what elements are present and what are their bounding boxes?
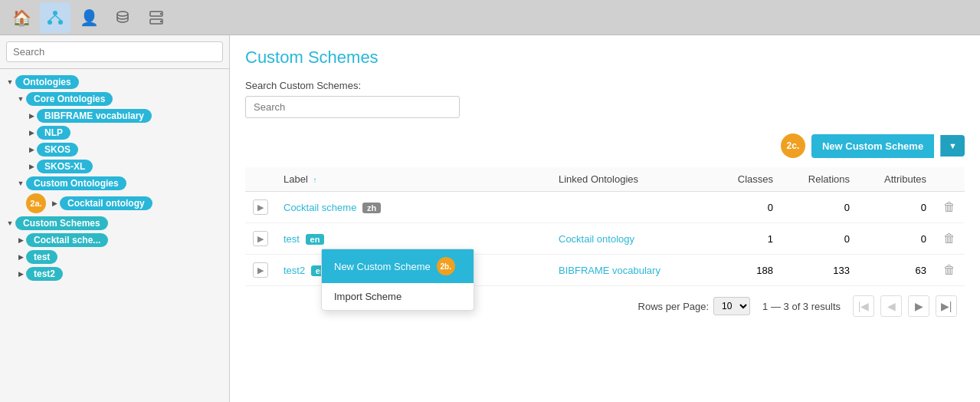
- sidebar-tree: ▼ Ontologies ▼ Core Ontologies ▶ BIBFRAM…: [0, 69, 229, 402]
- delete-cocktail-scheme-button[interactable]: 🗑: [943, 200, 955, 214]
- dropdown-item-new-custom-scheme[interactable]: New Custom Scheme 2b.: [322, 249, 474, 283]
- tree-item-ontologies[interactable]: ▼ Ontologies: [3, 74, 226, 91]
- svg-point-8: [160, 12, 162, 14]
- tree-badge-cocktail-ontology[interactable]: Cocktail ontology: [60, 196, 152, 210]
- sort-icon-label[interactable]: ↑: [313, 176, 316, 184]
- dropdown-step-2b: 2b.: [437, 257, 455, 275]
- svg-point-0: [53, 11, 57, 15]
- link-cocktail-scheme[interactable]: Cocktail scheme: [284, 202, 356, 213]
- tree-item-test[interactable]: ▶ test: [3, 249, 226, 265]
- tree-item-nlp[interactable]: ▶ NLP: [3, 124, 226, 141]
- search-custom-schemes-label: Search Custom Schemes:: [245, 80, 965, 91]
- main-layout: ▼ Ontologies ▼ Core Ontologies ▶ BIBFRAM…: [0, 35, 980, 402]
- delete-test2-button[interactable]: 🗑: [943, 263, 955, 277]
- tree-item-core-ontologies[interactable]: ▼ Core Ontologies: [3, 91, 226, 107]
- top-nav: 🏠 👤: [0, 0, 980, 35]
- delete-test-button[interactable]: 🗑: [943, 232, 955, 245]
- new-custom-scheme-button[interactable]: New Custom Scheme: [811, 134, 934, 158]
- cell-label-cocktail-scheme: Cocktail scheme zh: [276, 192, 551, 223]
- tree-toggle-nlp[interactable]: ▶: [26, 127, 37, 138]
- tree-item-skos-xl[interactable]: ▶ SKOS-XL: [3, 158, 226, 175]
- cell-relations-cocktail-scheme: 0: [781, 192, 857, 223]
- tree-toggle-custom-schemes[interactable]: ▼: [5, 218, 15, 229]
- cell-classes-test2: 188: [704, 255, 781, 286]
- nav-home[interactable]: 🏠: [6, 2, 37, 33]
- dropdown-item-import-scheme[interactable]: Import Scheme: [322, 283, 474, 310]
- lang-badge-en-test: en: [306, 234, 325, 245]
- nav-database[interactable]: [107, 2, 138, 33]
- page-title: Custom Schemes: [245, 48, 965, 68]
- tree-item-bibframe[interactable]: ▶ BIBFRAME vocabulary: [3, 107, 226, 124]
- cell-attributes-test2: 63: [857, 255, 934, 286]
- tree-toggle-ontologies[interactable]: ▼: [5, 77, 15, 87]
- page-first-button[interactable]: |◀: [853, 295, 874, 317]
- tree-badge-test2[interactable]: test2: [26, 267, 63, 281]
- tree-item-custom-ontologies[interactable]: ▼ Custom Ontologies: [3, 175, 226, 192]
- tree-toggle-core-ontologies[interactable]: ▼: [15, 94, 26, 104]
- rows-per-page-select[interactable]: 10 25 50: [713, 297, 750, 315]
- svg-point-2: [58, 20, 63, 25]
- tree-badge-ontologies[interactable]: Ontologies: [15, 75, 79, 89]
- page-prev-button[interactable]: ◀: [880, 295, 902, 317]
- dropdown-label-new-custom-scheme: New Custom Scheme: [334, 261, 431, 272]
- sidebar-search-input[interactable]: [6, 41, 223, 62]
- dropdown-label-import-scheme: Import Scheme: [334, 291, 402, 302]
- action-row: 2c. New Custom Scheme ▼: [245, 133, 965, 158]
- tree-badge-skos[interactable]: SKOS: [37, 143, 78, 157]
- tree-badge-custom-ontologies[interactable]: Custom Ontologies: [26, 176, 126, 190]
- cell-attributes-cocktail-scheme: 0: [857, 192, 934, 223]
- content-area: Custom Schemes Search Custom Schemes: 2c…: [230, 35, 980, 402]
- row-expand-cocktail-scheme[interactable]: ▶: [253, 199, 268, 215]
- tree-item-cocktail-scheme[interactable]: ▶ Cocktail sche...: [3, 232, 226, 249]
- new-custom-scheme-dropdown-arrow[interactable]: ▼: [940, 135, 965, 157]
- tree-item-skos[interactable]: ▶ SKOS: [3, 141, 226, 158]
- th-attributes: Attributes: [857, 167, 934, 192]
- nav-ontologies[interactable]: [40, 2, 70, 33]
- tree-badge-core-ontologies[interactable]: Core Ontologies: [26, 92, 113, 106]
- tree-badge-bibframe[interactable]: BIBFRAME vocabulary: [37, 109, 152, 123]
- tree-toggle-test[interactable]: ▶: [15, 252, 26, 262]
- link-test[interactable]: test: [284, 233, 300, 245]
- sidebar-search-section: [0, 35, 229, 69]
- tree-item-cocktail-ontology[interactable]: 2a. ▶ Cocktail ontology: [3, 192, 226, 215]
- tree-badge-nlp[interactable]: NLP: [37, 126, 70, 140]
- tree-badge-cocktail-scheme[interactable]: Cocktail sche...: [26, 233, 108, 247]
- link-bibframe-vocabulary[interactable]: BIBFRAME vocabulary: [559, 265, 660, 276]
- row-expand-test[interactable]: ▶: [253, 231, 268, 246]
- tree-badge-custom-schemes[interactable]: Custom Schemes: [15, 216, 108, 230]
- cell-linked-test: Cocktail ontology: [551, 223, 704, 255]
- link-cocktail-ontology[interactable]: Cocktail ontology: [559, 233, 634, 245]
- link-test2[interactable]: test2: [284, 265, 305, 276]
- page-next-button[interactable]: ▶: [908, 295, 929, 317]
- search-section: Search Custom Schemes:: [245, 80, 965, 118]
- th-expand: [245, 167, 276, 192]
- svg-line-3: [50, 15, 55, 20]
- cell-classes-test: 1: [704, 223, 781, 255]
- tree-toggle-custom-ontologies[interactable]: ▼: [15, 178, 26, 189]
- step-2c-badge: 2c.: [781, 133, 805, 158]
- nav-server[interactable]: [141, 2, 172, 33]
- tree-toggle-skos-xl[interactable]: ▶: [26, 161, 37, 172]
- th-relations: Relations: [781, 167, 857, 192]
- cell-classes-cocktail-scheme: 0: [704, 192, 781, 223]
- tree-toggle-cocktail-scheme[interactable]: ▶: [15, 235, 26, 245]
- lang-badge-zh: zh: [362, 203, 381, 213]
- search-custom-schemes-input[interactable]: [245, 96, 460, 118]
- nav-users[interactable]: 👤: [74, 2, 104, 33]
- tree-toggle-cocktail-ontology[interactable]: ▶: [49, 198, 60, 209]
- th-actions: [934, 167, 965, 192]
- tree-badge-skos-xl[interactable]: SKOS-XL: [37, 160, 93, 173]
- row-expand-test2[interactable]: ▶: [253, 262, 268, 278]
- tree-toggle-skos[interactable]: ▶: [26, 144, 37, 155]
- tree-badge-test[interactable]: test: [26, 250, 57, 264]
- tree-toggle-test2[interactable]: ▶: [15, 269, 26, 279]
- sidebar-step-2a: 2a.: [26, 193, 46, 213]
- cell-linked-cocktail-scheme: [551, 192, 704, 223]
- cell-relations-test: 0: [781, 223, 857, 255]
- cell-linked-test2: BIBFRAME vocabulary: [551, 255, 704, 286]
- page-last-button[interactable]: ▶|: [936, 295, 957, 317]
- rows-per-page-label: Rows per Page:: [638, 301, 710, 312]
- tree-item-test2[interactable]: ▶ test2: [3, 265, 226, 282]
- tree-item-custom-schemes[interactable]: ▼ Custom Schemes: [3, 215, 226, 232]
- tree-toggle-bibframe[interactable]: ▶: [26, 110, 37, 121]
